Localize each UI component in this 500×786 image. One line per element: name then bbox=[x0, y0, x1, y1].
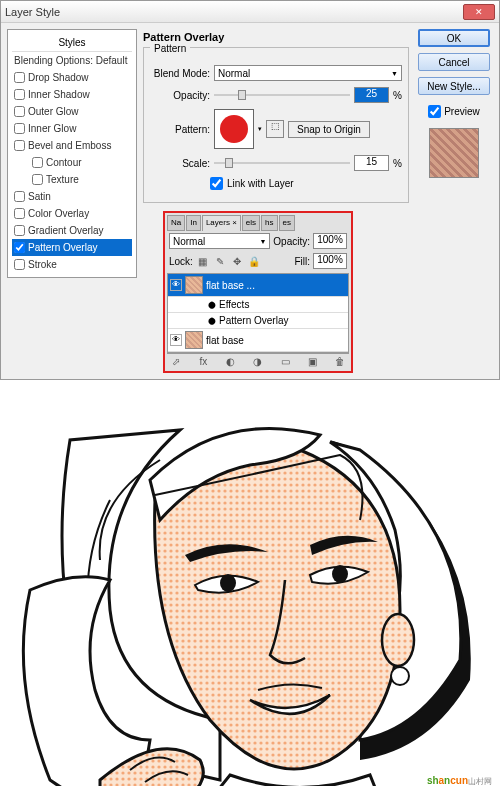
layer-name: Effects bbox=[219, 299, 249, 310]
preview-checkbox[interactable] bbox=[428, 105, 441, 118]
layer-name: flat base bbox=[206, 335, 244, 346]
panel-tab[interactable]: els bbox=[242, 215, 260, 231]
trash-icon[interactable]: 🗑 bbox=[333, 356, 347, 367]
fill-input[interactable]: 100% bbox=[313, 253, 347, 269]
visibility-icon[interactable]: 👁 bbox=[170, 279, 182, 291]
layer-opacity-input[interactable]: 100% bbox=[313, 233, 347, 249]
style-checkbox[interactable] bbox=[14, 123, 25, 134]
style-checkbox[interactable] bbox=[14, 72, 25, 83]
layers-list: 👁flat base ...⬤Effects⬤Pattern Overlay👁f… bbox=[167, 273, 349, 353]
layer-row[interactable]: ⬤Effects bbox=[168, 297, 348, 313]
snap-button[interactable]: Snap to Origin bbox=[288, 121, 370, 138]
panel-tab[interactable]: es bbox=[279, 215, 295, 231]
new-layer-icon[interactable]: ▣ bbox=[306, 356, 320, 367]
new-style-button[interactable]: New Style... bbox=[418, 77, 490, 95]
layers-bottom-toolbar: ⬀ fx ◐ ◑ ▭ ▣ 🗑 bbox=[167, 353, 349, 369]
mask-icon[interactable]: ◐ bbox=[224, 356, 238, 367]
scale-label: Scale: bbox=[150, 158, 210, 169]
svg-point-4 bbox=[332, 565, 348, 583]
title-text: Layer Style bbox=[5, 6, 463, 18]
svg-point-6 bbox=[391, 667, 409, 685]
panel-tab[interactable]: Na bbox=[167, 215, 185, 231]
legend: Pattern bbox=[150, 43, 190, 54]
style-inner-shadow[interactable]: Inner Shadow bbox=[12, 86, 132, 103]
panel-tab[interactable]: Layers × bbox=[202, 215, 241, 231]
style-drop-shadow[interactable]: Drop Shadow bbox=[12, 69, 132, 86]
panel-tab[interactable]: hs bbox=[261, 215, 277, 231]
layer-thumbnail bbox=[185, 276, 203, 294]
scale-unit: % bbox=[393, 158, 402, 169]
layer-style-dialog: Layer Style ✕ Styles Blending Options: D… bbox=[0, 0, 500, 380]
panel-tabs: NaInLayers ×elshses bbox=[167, 215, 349, 231]
chevron-down-icon: ▼ bbox=[391, 70, 398, 77]
adjust-icon[interactable]: ◑ bbox=[251, 356, 265, 367]
folder-icon[interactable]: ▭ bbox=[278, 356, 292, 367]
style-checkbox[interactable] bbox=[14, 259, 25, 270]
layer-row[interactable]: 👁flat base ... bbox=[168, 274, 348, 297]
lock-all-icon[interactable]: 🔒 bbox=[247, 256, 261, 267]
style-inner-glow[interactable]: Inner Glow bbox=[12, 120, 132, 137]
settings-column: Pattern Overlay Pattern Blend Mode: Norm… bbox=[143, 29, 409, 373]
style-color-overlay[interactable]: Color Overlay bbox=[12, 205, 132, 222]
red-dot-icon bbox=[220, 115, 248, 143]
scale-slider[interactable] bbox=[214, 156, 350, 170]
style-texture[interactable]: Texture bbox=[12, 171, 132, 188]
style-stroke[interactable]: Stroke bbox=[12, 256, 132, 273]
effect-icon: ⬤ bbox=[208, 301, 216, 309]
panel-tab[interactable]: In bbox=[186, 215, 201, 231]
preview-swatch bbox=[429, 128, 479, 178]
layer-row[interactable]: ⬤Pattern Overlay bbox=[168, 313, 348, 329]
layer-name: Pattern Overlay bbox=[219, 315, 288, 326]
close-icon[interactable]: ✕ bbox=[463, 4, 495, 20]
visibility-icon[interactable]: 👁 bbox=[170, 334, 182, 346]
link-icon[interactable]: ⬀ bbox=[169, 356, 183, 367]
opacity-slider[interactable] bbox=[214, 88, 350, 102]
pattern-label: Pattern: bbox=[150, 124, 210, 135]
titlebar[interactable]: Layer Style ✕ bbox=[1, 1, 499, 23]
lock-paint-icon[interactable]: ✎ bbox=[213, 256, 227, 267]
scale-input[interactable]: 15 bbox=[354, 155, 389, 171]
ok-button[interactable]: OK bbox=[418, 29, 490, 47]
artwork-preview: shancun山村网.net bbox=[0, 380, 500, 786]
layers-panel: NaInLayers ×elshses Normal▼ Opacity: 100… bbox=[163, 211, 353, 373]
style-checkbox[interactable] bbox=[14, 208, 25, 219]
lock-move-icon[interactable]: ✥ bbox=[230, 256, 244, 267]
blending-options[interactable]: Blending Options: Default bbox=[12, 52, 132, 69]
fx-icon[interactable]: fx bbox=[196, 356, 210, 367]
style-checkbox[interactable] bbox=[32, 174, 43, 185]
cancel-button[interactable]: Cancel bbox=[418, 53, 490, 71]
style-checkbox[interactable] bbox=[14, 140, 25, 151]
style-checkbox[interactable] bbox=[14, 191, 25, 202]
blend-mode-select[interactable]: Normal▼ bbox=[214, 65, 402, 81]
style-checkbox[interactable] bbox=[32, 157, 43, 168]
link-checkbox[interactable] bbox=[210, 177, 223, 190]
pattern-fieldset: Pattern Blend Mode: Normal▼ Opacity: 25 … bbox=[143, 47, 409, 203]
styles-header[interactable]: Styles bbox=[12, 34, 132, 52]
style-checkbox[interactable] bbox=[14, 89, 25, 100]
pattern-swatch[interactable] bbox=[214, 109, 254, 149]
opacity-label: Opacity: bbox=[150, 90, 210, 101]
opacity-input[interactable]: 25 bbox=[354, 87, 389, 103]
layer-mode-select[interactable]: Normal▼ bbox=[169, 233, 270, 249]
style-outer-glow[interactable]: Outer Glow bbox=[12, 103, 132, 120]
effect-icon: ⬤ bbox=[208, 317, 216, 325]
chevron-down-icon[interactable]: ▾ bbox=[258, 125, 262, 133]
style-satin[interactable]: Satin bbox=[12, 188, 132, 205]
style-bevel-and-emboss[interactable]: Bevel and Emboss bbox=[12, 137, 132, 154]
preview-label: Preview bbox=[444, 106, 480, 117]
style-checkbox[interactable] bbox=[14, 225, 25, 236]
layer-opacity-label: Opacity: bbox=[273, 236, 310, 247]
style-checkbox[interactable] bbox=[14, 242, 25, 253]
style-gradient-overlay[interactable]: Gradient Overlay bbox=[12, 222, 132, 239]
layer-thumbnail bbox=[185, 331, 203, 349]
svg-point-5 bbox=[382, 614, 414, 666]
layer-row[interactable]: 👁flat base bbox=[168, 329, 348, 352]
blend-mode-label: Blend Mode: bbox=[150, 68, 210, 79]
style-checkbox[interactable] bbox=[14, 106, 25, 117]
style-contour[interactable]: Contour bbox=[12, 154, 132, 171]
styles-column: Styles Blending Options: Default Drop Sh… bbox=[7, 29, 137, 373]
style-pattern-overlay[interactable]: Pattern Overlay bbox=[12, 239, 132, 256]
opacity-unit: % bbox=[393, 90, 402, 101]
lock-transparent-icon[interactable]: ▦ bbox=[196, 256, 210, 267]
new-preset-icon[interactable]: ⬚ bbox=[266, 120, 284, 138]
